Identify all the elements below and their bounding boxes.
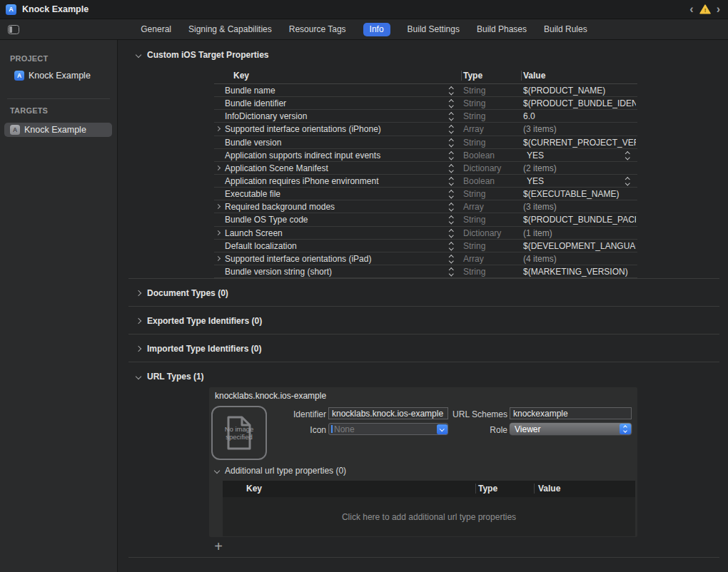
section-document-types-0[interactable]: Document Types (0)	[136, 287, 228, 299]
property-row[interactable]: Bundle versionString$(CURRENT_PROJECT_VE…	[214, 136, 637, 149]
stepper-icon[interactable]	[450, 268, 453, 276]
property-key: Bundle name	[225, 86, 275, 96]
section-additional-url-properties[interactable]: Additional url type properties (0)	[215, 466, 346, 476]
property-key: Supported interface orientations (iPad)	[225, 254, 371, 264]
property-value[interactable]: (1 item)	[523, 228, 636, 238]
column-separator	[475, 484, 476, 494]
tab-signing-capabilities[interactable]: Signing & Capabilities	[188, 23, 272, 36]
property-row[interactable]: InfoDictionary versionString6.0	[214, 110, 637, 123]
property-type: String	[463, 86, 485, 96]
property-row[interactable]: Bundle nameString$(PRODUCT_NAME)	[214, 84, 637, 97]
property-value[interactable]: (3 items)	[523, 202, 636, 212]
property-row[interactable]: Launch ScreenDictionary(1 item)	[214, 227, 637, 240]
section-custom-ios-target-properties[interactable]: Custom iOS Target Properties	[136, 49, 268, 61]
sidebar-toggle-icon[interactable]	[8, 25, 19, 34]
column-separator	[521, 71, 522, 81]
add-url-properties-area[interactable]: Click here to add additional url type pr…	[223, 497, 635, 536]
bottom-divider	[128, 557, 719, 558]
property-row[interactable]: Default localizationString$(DEVELOPMENT_…	[214, 240, 637, 252]
property-value[interactable]: $(EXECUTABLE_NAME)	[523, 189, 636, 199]
chevron-right-icon[interactable]	[216, 126, 221, 131]
property-type: Array	[463, 254, 484, 264]
stepper-icon[interactable]	[450, 100, 453, 108]
section-imported-type-identifiers-0[interactable]: Imported Type Identifiers (0)	[136, 343, 261, 354]
url-type-entry: knocklabs.knock.ios-example No image spe…	[209, 387, 637, 537]
tab-build-settings[interactable]: Build Settings	[408, 23, 460, 36]
sidebar-item-project[interactable]: A Knock Example	[14, 71, 91, 81]
property-value[interactable]: $(PRODUCT_NAME)	[523, 86, 636, 96]
chevron-down-icon	[136, 52, 141, 58]
warning-icon[interactable]: !	[699, 4, 711, 14]
stepper-icon[interactable]	[626, 178, 630, 185]
property-value[interactable]: (2 items)	[523, 163, 636, 173]
identifier-label: Identifier	[252, 409, 326, 419]
property-row[interactable]: Application supports indirect input even…	[214, 149, 637, 162]
property-type: String	[463, 111, 485, 121]
xcode-window: A Knock Example ‹ ! › GeneralSigning & C…	[0, 0, 728, 572]
property-row[interactable]: Supported interface orientations (iPad)A…	[214, 252, 637, 265]
tab-build-rules[interactable]: Build Rules	[544, 23, 587, 36]
chevron-right-icon[interactable]	[216, 204, 221, 209]
property-row[interactable]: Executable fileString$(EXECUTABLE_NAME)	[214, 188, 637, 200]
property-row[interactable]: Required background modesArray(3 items)	[214, 200, 637, 213]
stepper-icon[interactable]	[450, 126, 453, 133]
stepper-icon[interactable]	[450, 178, 453, 185]
stepper-icon[interactable]	[450, 113, 453, 121]
chevron-right-icon[interactable]	[216, 165, 221, 170]
tab-info[interactable]: Info	[363, 23, 390, 36]
url-schemes-field[interactable]: knockexample	[510, 407, 632, 419]
chevron-right-icon[interactable]	[216, 256, 221, 261]
stepper-icon[interactable]	[450, 190, 453, 198]
property-key: Supported interface orientations (iPhone…	[225, 124, 381, 134]
column-header-key: Key	[233, 71, 249, 81]
property-row[interactable]: Bundle identifierString$(PRODUCT_BUNDLE_…	[214, 97, 637, 110]
property-row[interactable]: Application Scene ManifestDictionary(2 i…	[214, 162, 637, 175]
property-type: String	[463, 98, 485, 108]
property-value[interactable]: $(PRODUCT_BUNDLE_IDENT	[523, 98, 636, 108]
stepper-icon[interactable]	[450, 152, 453, 160]
property-row[interactable]: Bundle version string (short)String$(MAR…	[214, 265, 637, 278]
property-value[interactable]: $(CURRENT_PROJECT_VERS	[523, 138, 636, 148]
add-url-type-button[interactable]: +	[212, 541, 225, 553]
property-value[interactable]: (3 items)	[523, 124, 636, 134]
property-key: Bundle version	[225, 138, 281, 148]
stepper-icon[interactable]	[450, 230, 453, 238]
section-url-types[interactable]: URL Types (1)	[136, 371, 204, 382]
target-icon: A	[10, 125, 20, 135]
chevron-right-icon[interactable]	[216, 230, 221, 235]
property-row[interactable]: Supported interface orientations (iPhone…	[214, 123, 637, 136]
property-row[interactable]: Bundle OS Type codeString$(PRODUCT_BUNDL…	[214, 213, 637, 226]
stepper-icon[interactable]	[450, 242, 453, 250]
property-value[interactable]: YES	[527, 176, 634, 186]
nav-cluster: ‹ ! ›	[689, 0, 720, 19]
chevron-down-icon	[214, 468, 220, 474]
property-value[interactable]: $(MARKETING_VERSION)	[523, 267, 636, 277]
property-value[interactable]: YES	[527, 150, 634, 160]
property-key: Bundle identifier	[225, 98, 286, 108]
section-title: Exported Type Identifiers (0)	[147, 316, 262, 326]
stepper-icon[interactable]	[450, 216, 453, 224]
property-row[interactable]: Application requires iPhone environmentB…	[214, 175, 637, 188]
forward-button[interactable]: ›	[717, 4, 720, 15]
role-dropdown[interactable]: Viewer	[510, 423, 632, 435]
stepper-icon[interactable]	[626, 152, 630, 160]
section-exported-type-identifiers-0[interactable]: Exported Type Identifiers (0)	[136, 315, 262, 327]
stepper-icon[interactable]	[450, 255, 453, 263]
property-value[interactable]: $(DEVELOPMENT_LANGUAGI	[523, 241, 636, 251]
stepper-icon[interactable]	[450, 203, 453, 211]
property-value[interactable]: $(PRODUCT_BUNDLE_PACKA	[523, 215, 636, 225]
sidebar-item-target[interactable]: A Knock Example	[4, 123, 112, 137]
tab-build-phases[interactable]: Build Phases	[477, 23, 527, 36]
stepper-icon[interactable]	[450, 87, 453, 95]
stepper-icon[interactable]	[450, 139, 453, 147]
svg-text:!: !	[704, 7, 706, 14]
tab-resource-tags[interactable]: Resource Tags	[289, 23, 346, 36]
property-value[interactable]: 6.0	[523, 111, 636, 121]
property-type: String	[463, 189, 485, 199]
tab-general[interactable]: General	[141, 23, 171, 36]
property-value[interactable]: (4 items)	[523, 254, 636, 264]
stepper-icon[interactable]	[450, 165, 453, 173]
back-button[interactable]: ‹	[689, 4, 693, 15]
targets-section-label: TARGETS	[10, 106, 48, 115]
section-divider	[128, 278, 719, 279]
